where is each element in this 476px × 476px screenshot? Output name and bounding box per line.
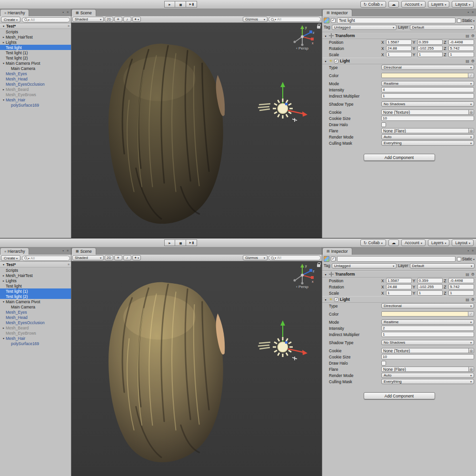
- 2d-toggle[interactable]: 2D: [105, 255, 113, 260]
- panel-options-icons[interactable]: ▪ ≡: [62, 10, 69, 14]
- gear-icon[interactable]: ⚙: [471, 59, 475, 63]
- hierarchy-item[interactable]: ▸Lights: [0, 40, 71, 45]
- cloud-button[interactable]: ☁: [388, 1, 399, 8]
- cookie-size-field[interactable]: 10: [381, 354, 474, 359]
- add-component-button[interactable]: Add Component: [364, 154, 435, 161]
- position-z-field[interactable]: -0.4498: [448, 278, 474, 283]
- scale-z-field[interactable]: 1: [448, 290, 474, 296]
- hierarchy-item[interactable]: Test light (2): [0, 55, 71, 60]
- pause-button[interactable]: ▮▮: [175, 1, 186, 8]
- foldout-arrow[interactable]: ▸: [1, 88, 6, 91]
- scene-viewport[interactable]: y z x ‹ Persp: [71, 261, 322, 476]
- gear-icon[interactable]: ⚙: [471, 272, 475, 277]
- color-swatch[interactable]: [382, 73, 468, 78]
- scene-header-row[interactable]: ▾ Test* ≡: [0, 23, 71, 29]
- cookie-size-field[interactable]: 10: [381, 116, 474, 121]
- hierarchy-item[interactable]: Scripts: [0, 268, 71, 273]
- scene-lighting-toggle[interactable]: ☀: [114, 255, 122, 260]
- panel-options-icons[interactable]: ▪ ≡: [467, 249, 475, 252]
- reference-icon[interactable]: ▤: [466, 272, 469, 277]
- rotation-x-field[interactable]: 24.88: [386, 284, 412, 289]
- foldout-arrow[interactable]: ▾: [324, 298, 327, 301]
- object-picker-icon[interactable]: ◎: [468, 129, 474, 133]
- hierarchy-item[interactable]: Mesh_Eyes: [0, 71, 71, 76]
- pause-button[interactable]: ▮▮: [175, 239, 186, 246]
- search-filter-arrow[interactable]: ▾: [275, 256, 276, 259]
- light-type-dropdown[interactable]: Directional ▾: [381, 303, 474, 308]
- hierarchy-item[interactable]: Test light: [0, 45, 71, 50]
- search-filter-arrow[interactable]: ▾: [28, 18, 30, 21]
- play-button[interactable]: ►: [164, 1, 175, 8]
- draw-mode-dropdown[interactable]: Shaded ▾: [72, 17, 104, 22]
- scene-effects-dropdown[interactable]: ✦ ▾: [132, 17, 141, 22]
- hierarchy-item[interactable]: Mesh_EyesOcclusion: [0, 320, 71, 325]
- search-filter-arrow[interactable]: ▾: [28, 257, 30, 260]
- hierarchy-item[interactable]: polySurface169: [0, 341, 71, 346]
- panel-options-icons[interactable]: ▪ ≡: [62, 249, 69, 252]
- layers-dropdown[interactable]: Layers ▾: [428, 1, 450, 8]
- position-x-field[interactable]: 1.5587: [386, 40, 412, 45]
- hierarchy-item[interactable]: Main Camera: [0, 66, 71, 71]
- component-enabled-checkbox[interactable]: ✓: [334, 298, 338, 302]
- light-mode-dropdown[interactable]: Realtime ▾: [381, 81, 474, 86]
- rotation-z-field[interactable]: 5.742: [448, 46, 474, 51]
- position-z-field[interactable]: -0.4498: [448, 40, 474, 45]
- gizmos-dropdown[interactable]: Gizmos ▾: [243, 17, 268, 22]
- foldout-arrow[interactable]: ▾: [1, 24, 6, 28]
- account-dropdown[interactable]: Account ▾: [401, 1, 426, 8]
- foldout-arrow[interactable]: ▸: [1, 274, 6, 277]
- gameobject-name-field[interactable]: [337, 256, 456, 262]
- hierarchy-item[interactable]: Mesh_EyeBrows: [0, 92, 71, 97]
- lock-icon[interactable]: [317, 264, 320, 267]
- indirect-multiplier-field[interactable]: 1: [381, 93, 474, 99]
- create-button[interactable]: Create ▾: [1, 255, 20, 261]
- directional-light-gizmo[interactable]: [258, 318, 311, 372]
- hierarchy-item[interactable]: ▾Mesh_Hair: [0, 97, 71, 102]
- hierarchy-item[interactable]: ▸Mesh_HairTest: [0, 34, 71, 40]
- eyedropper-icon[interactable]: ∕: [468, 312, 474, 316]
- layer-dropdown[interactable]: Default ▾: [410, 25, 475, 30]
- static-checkbox[interactable]: [457, 19, 461, 23]
- hierarchy-item[interactable]: Mesh_EyeBrows: [0, 330, 71, 336]
- position-y-field[interactable]: 0.359: [417, 278, 443, 283]
- tag-dropdown[interactable]: Untagged ▾: [332, 263, 397, 268]
- rotation-z-field[interactable]: 5.742: [448, 284, 474, 289]
- flare-object-field[interactable]: None (Flare) ◎: [381, 367, 474, 372]
- tab-scene[interactable]: ▦ Scene: [72, 10, 96, 16]
- hierarchy-item[interactable]: Scripts: [0, 29, 71, 34]
- hierarchy-item[interactable]: Mesh_Eyes: [0, 309, 71, 315]
- light-type-dropdown[interactable]: Directional ▾: [381, 65, 474, 70]
- hierarchy-item[interactable]: Mesh_Head: [0, 315, 71, 320]
- reference-icon[interactable]: ▤: [466, 34, 469, 38]
- gear-icon[interactable]: ⚙: [471, 298, 475, 302]
- scale-z-field[interactable]: 1: [448, 52, 474, 57]
- indirect-multiplier-field[interactable]: 1: [381, 332, 474, 337]
- collab-button[interactable]: ↻ Collab ▾: [360, 1, 386, 8]
- collab-button[interactable]: ↻ Collab ▾: [360, 239, 386, 246]
- foldout-arrow[interactable]: ▸: [1, 279, 6, 282]
- foldout-arrow[interactable]: ▾: [1, 98, 6, 101]
- transform-header[interactable]: ▾ Transform ▤ ⚙: [322, 271, 476, 278]
- eyedropper-icon[interactable]: ∕: [468, 73, 474, 78]
- scene-search-field[interactable]: ▾ All: [268, 255, 321, 260]
- scene-effects-dropdown[interactable]: ✦ ▾: [132, 255, 141, 260]
- foldout-arrow[interactable]: ▾: [324, 34, 327, 38]
- color-swatch[interactable]: [382, 312, 468, 316]
- foldout-arrow[interactable]: ▾: [1, 300, 6, 303]
- object-picker-icon[interactable]: ◎: [468, 367, 474, 371]
- active-checkbox[interactable]: ✓: [331, 18, 336, 23]
- hierarchy-item[interactable]: Mesh_Head: [0, 76, 71, 81]
- scene-menu-icon[interactable]: ≡: [68, 24, 69, 28]
- tab-hierarchy[interactable]: ≡ Hierarchy: [0, 10, 29, 16]
- step-button[interactable]: ►▮: [186, 239, 197, 246]
- hierarchy-item[interactable]: Test light (1): [0, 288, 71, 294]
- step-button[interactable]: ►▮: [186, 1, 197, 8]
- scene-search-field[interactable]: ▾ All: [268, 17, 321, 22]
- shadow-type-dropdown[interactable]: No Shadows ▾: [381, 340, 474, 345]
- foldout-arrow[interactable]: ▾: [324, 273, 327, 276]
- directional-light-gizmo[interactable]: [258, 80, 311, 133]
- static-checkbox[interactable]: [457, 257, 461, 261]
- reference-icon[interactable]: ▤: [466, 59, 469, 63]
- static-flags-arrow[interactable]: ▾: [473, 258, 475, 261]
- scene-audio-toggle[interactable]: ♪: [123, 17, 131, 22]
